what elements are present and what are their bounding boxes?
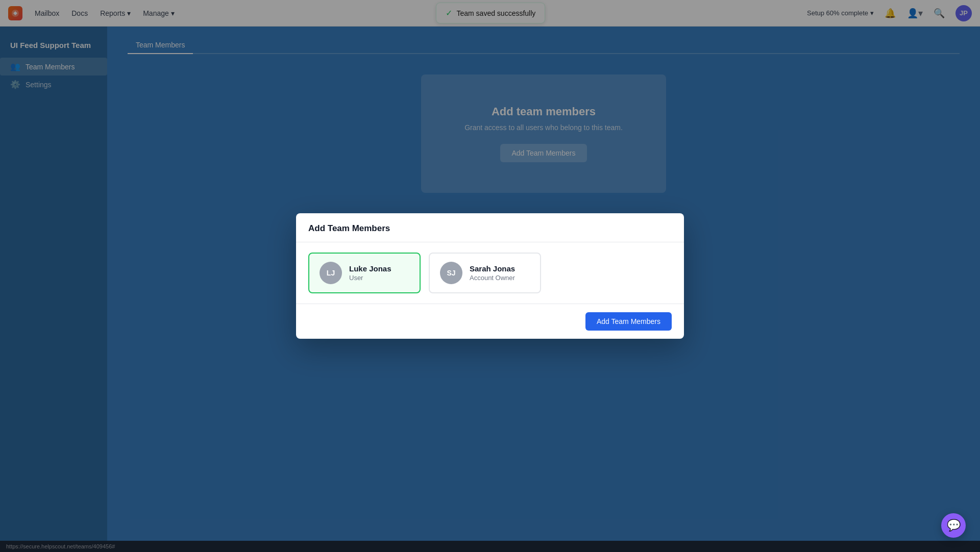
member-card-sarah[interactable]: SJ Sarah Jonas Account Owner: [429, 253, 541, 293]
add-team-members-submit-button[interactable]: Add Team Members: [585, 312, 672, 331]
modal-overlay[interactable]: Add Team Members LJ Luke Jonas User SJ S…: [0, 0, 980, 552]
member-name-sarah: Sarah Jonas: [470, 264, 515, 273]
modal-footer: Add Team Members: [296, 304, 684, 339]
modal-body: LJ Luke Jonas User SJ Sarah Jonas Accoun…: [296, 242, 684, 304]
member-role-sarah: Account Owner: [470, 274, 515, 282]
member-avatar-sarah: SJ: [440, 262, 462, 284]
member-avatar-luke: LJ: [320, 262, 342, 284]
member-name-luke: Luke Jonas: [349, 264, 391, 273]
member-info-sarah: Sarah Jonas Account Owner: [470, 264, 515, 282]
member-card-luke[interactable]: LJ Luke Jonas User: [308, 253, 421, 293]
modal-header: Add Team Members: [296, 213, 684, 242]
chat-support-button[interactable]: 💬: [941, 513, 966, 538]
member-role-luke: User: [349, 274, 391, 282]
add-team-members-modal: Add Team Members LJ Luke Jonas User SJ S…: [296, 213, 684, 339]
modal-title: Add Team Members: [308, 223, 672, 234]
member-info-luke: Luke Jonas User: [349, 264, 391, 282]
chat-icon: 💬: [947, 519, 961, 532]
